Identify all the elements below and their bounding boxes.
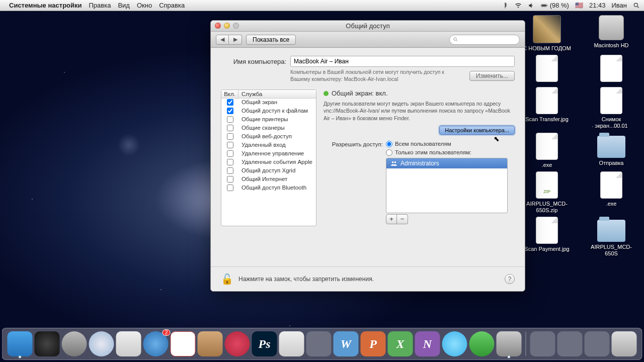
desktop-icon[interactable]: Scan Payment.jpg	[519, 217, 575, 257]
add-user-button[interactable]: +	[386, 214, 397, 224]
forward-button[interactable]: ▶	[229, 35, 242, 45]
desktop-icon[interactable]: .exe	[584, 171, 639, 214]
dock-dashboard[interactable]	[35, 331, 60, 356]
desktop-icon[interactable]: .exe	[519, 133, 575, 168]
search-field[interactable]	[449, 35, 520, 45]
user-row-administrators[interactable]: Administrators	[386, 158, 507, 168]
service-row[interactable]: Общий Интернет	[221, 175, 316, 184]
menu-edit[interactable]: Правка	[89, 2, 111, 9]
battery-icon[interactable]: (98 %)	[541, 2, 569, 9]
desktop-icon[interactable]: AIRPLUS_MCD-650S.zip	[519, 171, 575, 214]
desktop-icon[interactable]	[584, 55, 639, 84]
dock-ical[interactable]	[171, 331, 196, 356]
dock-app-store[interactable]: 2	[143, 331, 169, 356]
back-button[interactable]: ◀	[216, 35, 229, 45]
desktop-icon-label: Снимок экран...00.01	[586, 116, 636, 129]
service-row[interactable]: Общий доступ Xgrid	[221, 167, 316, 175]
badge-count: 2	[163, 329, 171, 336]
dock-onenote[interactable]: N	[415, 331, 440, 356]
menu-view[interactable]: Вид	[118, 2, 130, 9]
dock-skype[interactable]	[442, 331, 467, 356]
desktop-icon-label: Отправка	[599, 160, 624, 166]
service-row[interactable]: Общий доступ Bluetooth	[221, 184, 316, 193]
service-row[interactable]: Общие принтеры	[221, 116, 316, 124]
desktop-icons: С НОВЫМ ГОДОМMacintosh HDScan Transfer.j…	[508, 15, 639, 257]
service-row[interactable]: Общий экран	[221, 99, 316, 107]
service-checkbox[interactable]	[227, 167, 233, 174]
service-checkbox[interactable]	[227, 142, 233, 148]
service-checkbox[interactable]	[227, 159, 233, 165]
dock-textedit[interactable]	[306, 331, 332, 356]
menu-window[interactable]: Окно	[137, 2, 152, 9]
volume-icon[interactable]	[528, 2, 535, 9]
bluetooth-icon[interactable]	[502, 2, 509, 9]
desktop-icon[interactable]: AIRPLUS_MCD-650S	[584, 217, 639, 257]
service-checkbox[interactable]	[227, 150, 233, 157]
dock-stack-1[interactable]	[530, 331, 555, 356]
dock-safari[interactable]	[89, 331, 114, 356]
dock-stack-3[interactable]	[585, 331, 610, 356]
cursor-icon: ⬉	[494, 135, 500, 143]
service-checkbox[interactable]	[227, 185, 233, 191]
file-icon	[600, 55, 622, 82]
dock-photoshop[interactable]: Ps	[252, 331, 277, 356]
edit-hostname-button[interactable]: Изменить...	[469, 71, 515, 81]
help-button[interactable]: ?	[505, 274, 515, 284]
service-row[interactable]: Общие сканеры	[221, 124, 316, 133]
service-checkbox[interactable]	[227, 99, 233, 106]
computer-settings-button[interactable]: Настройки компьютера...	[439, 126, 515, 135]
desktop-icon[interactable]: Scan Transfer.jpg	[519, 87, 575, 129]
dock-network-utility[interactable]	[279, 331, 304, 356]
service-checkbox[interactable]	[227, 116, 233, 123]
dock-word[interactable]: W	[334, 331, 359, 356]
dock-powerpoint[interactable]: P	[361, 331, 386, 356]
service-label: Удаленный вход	[238, 142, 316, 149]
show-all-button[interactable]: Показать все	[246, 35, 296, 45]
service-checkbox[interactable]	[227, 125, 233, 131]
radio-all-users[interactable]	[386, 141, 392, 147]
menubar-clock[interactable]: 21:43	[589, 2, 606, 9]
desktop-icon[interactable]: Отправка	[584, 133, 639, 168]
dock-trash[interactable]	[612, 331, 637, 356]
input-flag[interactable]: 🇺🇸	[575, 2, 583, 9]
dock-stack-2[interactable]	[557, 331, 583, 356]
radio-only-users-label: Только этим пользователям:	[395, 149, 471, 155]
service-checkbox[interactable]	[227, 133, 233, 140]
sharing-preferences-window: Общий доступ ◀ ▶ Показать все Имя компью…	[210, 20, 525, 292]
wifi-icon[interactable]	[515, 2, 522, 9]
service-checkbox[interactable]	[227, 108, 233, 114]
dock-excel[interactable]: X	[388, 331, 413, 356]
dock-finder[interactable]	[8, 331, 33, 356]
dock-mail[interactable]	[116, 331, 141, 356]
dock-mission-control[interactable]	[62, 331, 87, 356]
service-row[interactable]: Общий доступ к файлам	[221, 107, 316, 116]
dock-itunes[interactable]	[225, 331, 250, 356]
dock-matrix[interactable]	[469, 331, 495, 356]
desktop-icon[interactable]: Macintosh HD	[584, 15, 639, 52]
zoom-button[interactable]	[233, 23, 239, 29]
menu-app[interactable]: Системные настройки	[9, 2, 82, 9]
computer-name-field[interactable]	[290, 56, 515, 67]
dock-system-preferences[interactable]	[497, 331, 522, 356]
menubar-user[interactable]: Иван	[611, 2, 627, 9]
dock-address-book[interactable]	[198, 331, 223, 356]
desktop-icon[interactable]: Снимок экран...00.01	[584, 87, 639, 129]
file-icon	[536, 217, 558, 244]
minimize-button[interactable]	[224, 23, 230, 29]
radio-only-users[interactable]	[386, 149, 392, 156]
lock-icon[interactable]: 🔓	[221, 273, 233, 285]
service-row[interactable]: Общий веб-доступ	[221, 133, 316, 141]
service-row[interactable]: Удаленное управление	[221, 150, 316, 158]
allow-access-label: Разрешить доступ:	[324, 141, 383, 224]
window-titlebar[interactable]: Общий доступ	[211, 21, 525, 32]
users-list[interactable]: Administrators	[386, 158, 508, 213]
service-checkbox[interactable]	[227, 176, 233, 183]
spotlight-icon[interactable]	[633, 2, 640, 9]
remove-user-button[interactable]: −	[397, 214, 408, 224]
close-button[interactable]	[215, 23, 221, 29]
desktop-icon[interactable]: С НОВЫМ ГОДОМ	[519, 15, 575, 52]
service-row[interactable]: Удаленные события Apple	[221, 158, 316, 167]
desktop-icon[interactable]	[519, 55, 575, 84]
service-row[interactable]: Удаленный вход	[221, 141, 316, 150]
menu-help[interactable]: Справка	[159, 2, 185, 9]
